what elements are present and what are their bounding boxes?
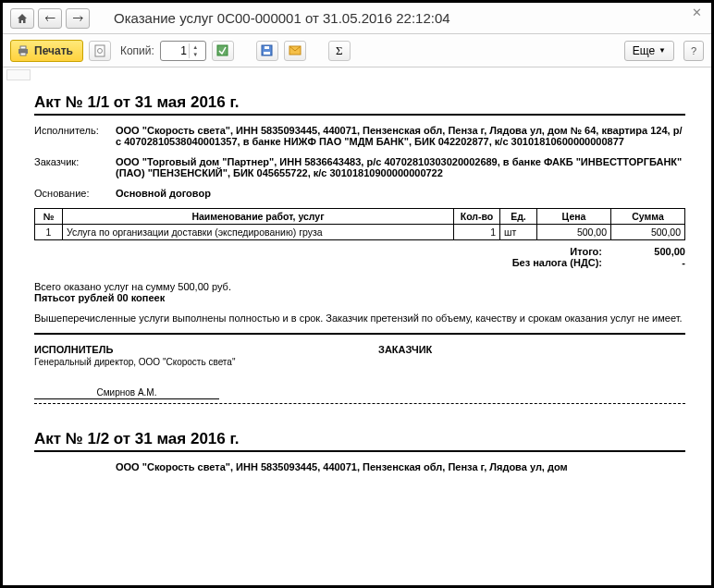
th-price: Цена xyxy=(537,209,611,225)
th-unit: Ед. xyxy=(500,209,537,225)
svg-rect-1 xyxy=(20,46,26,49)
sig-executor-sub: Генеральный директор, ООО "Скорость свет… xyxy=(34,357,341,367)
sig-executor-name: Смирнов А.М. xyxy=(34,387,219,399)
th-sum: Сумма xyxy=(611,209,685,225)
sig-executor-title: ИСПОЛНИТЕЛЬ xyxy=(34,344,341,355)
help-button[interactable]: ? xyxy=(683,41,704,61)
mail-button[interactable] xyxy=(284,41,306,61)
close-button[interactable]: ✕ xyxy=(692,6,702,19)
sig-customer-title: ЗАКАЗЧИК xyxy=(378,344,685,355)
act-title: Акт № 1/1 от 31 мая 2016 г. xyxy=(34,93,685,112)
svg-rect-2 xyxy=(20,53,26,55)
preview-button[interactable] xyxy=(89,41,111,61)
copies-input[interactable] xyxy=(161,43,189,58)
save-button[interactable] xyxy=(256,41,278,61)
print-label: Печать xyxy=(34,44,73,57)
svg-rect-7 xyxy=(264,52,270,55)
forward-button[interactable]: 🡒 xyxy=(66,8,90,29)
total-label: Итого: xyxy=(482,246,602,257)
executor-value: ООО "Скорость света", ИНН 5835093445, 44… xyxy=(116,125,685,147)
act-title: Акт № 1/2 от 31 мая 2016 г. xyxy=(34,430,685,448)
toolbar: Печать Копий: ▲▼ Σ Еще ▼ ? xyxy=(3,34,711,67)
document-area[interactable]: Акт № 1/1 от 31 мая 2016 г. Исполнитель:… xyxy=(3,69,711,585)
completion-note: Вышеперечисленные услуги выполнены полно… xyxy=(34,312,685,324)
print-button[interactable]: Печать xyxy=(10,40,83,62)
sum-words-prefix: Всего оказано услуг на сумму 500,00 руб. xyxy=(34,281,685,292)
sum-words: Пятьсот рублей 00 копеек xyxy=(34,292,685,303)
copies-spinner[interactable]: ▲▼ xyxy=(160,41,206,61)
services-table: № Наименование работ, услуг Кол-во Ед. Ц… xyxy=(34,208,685,240)
window-title: Оказание услуг 0С00-000001 от 31.05.2016… xyxy=(114,10,450,26)
ruler-corner xyxy=(6,69,31,80)
vat-label: Без налога (НДС): xyxy=(482,257,602,268)
home-button[interactable] xyxy=(10,8,34,29)
table-row: 1 Услуга по организации доставки (экспед… xyxy=(35,225,685,240)
more-button[interactable]: Еще ▼ xyxy=(624,41,674,61)
total-value: 500,00 xyxy=(630,246,685,257)
svg-rect-3 xyxy=(95,45,105,56)
basis-value: Основной договор xyxy=(116,188,685,199)
basis-label: Основание: xyxy=(34,188,116,199)
th-num: № xyxy=(35,209,63,225)
customer-value: ООО "Торговый дом "Партнер", ИНН 5836643… xyxy=(116,156,685,178)
customer-label: Заказчик: xyxy=(34,156,116,178)
th-name: Наименование работ, услуг xyxy=(63,209,454,225)
executor-value: ООО "Скорость света", ИНН 5835093445, 44… xyxy=(116,461,685,472)
titlebar: 🡐 🡒 Оказание услуг 0С00-000001 от 31.05.… xyxy=(3,3,711,34)
executor-label: Исполнитель: xyxy=(34,125,116,147)
sum-button[interactable]: Σ xyxy=(328,41,351,61)
vat-value: - xyxy=(630,257,685,268)
th-qty: Кол-во xyxy=(454,209,500,225)
copies-label: Копий: xyxy=(120,44,154,57)
back-button[interactable]: 🡐 xyxy=(38,8,62,29)
settings-button[interactable] xyxy=(212,41,234,61)
svg-rect-8 xyxy=(265,46,269,49)
